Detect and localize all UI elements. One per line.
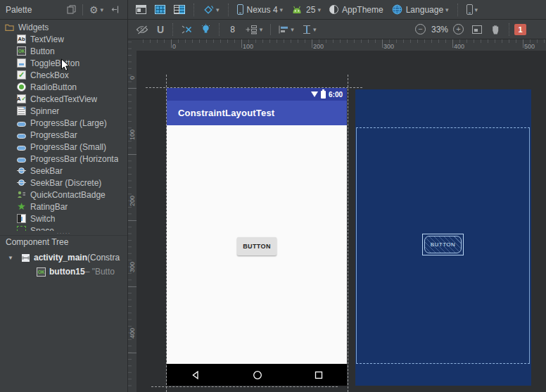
- progressbar-icon: [17, 146, 26, 151]
- zoom-level: 33%: [431, 25, 448, 34]
- selection-guide-right: [348, 75, 348, 392]
- palette-item-checkedtextview[interactable]: A✓ CheckedTextView: [0, 93, 127, 105]
- language-selector[interactable]: Language ▾: [388, 1, 452, 18]
- theme-label: AppTheme: [342, 5, 383, 15]
- clear-constraints-icon: [182, 25, 193, 34]
- pan-button[interactable]: [487, 21, 504, 38]
- palette-item-label: TextView: [30, 34, 64, 44]
- zoom-in-button[interactable]: +: [450, 21, 467, 38]
- battery-icon: [321, 91, 326, 99]
- zoom-out-icon: −: [415, 24, 426, 34]
- chevron-down-icon: ▾: [260, 26, 263, 33]
- ruler-label: 100: [129, 129, 136, 140]
- guidelines-button[interactable]: ▾: [299, 21, 320, 38]
- top-toolbar: Palette ⚙ ▾ ▾: [0, 0, 546, 20]
- tree-item-button15[interactable]: OK button15 – "Butto: [0, 265, 127, 279]
- blueprint-mode-button[interactable]: [151, 1, 169, 18]
- api-level-label: 25: [306, 5, 315, 15]
- palette-item-label: Switch: [30, 214, 55, 224]
- progressbar-icon: [17, 122, 26, 127]
- zoom-to-fit-button[interactable]: [469, 21, 485, 38]
- palette-item-button[interactable]: OK Button: [0, 45, 127, 57]
- clear-constraints-button[interactable]: [178, 21, 196, 38]
- pin-panel-button[interactable]: [107, 1, 123, 18]
- device-content: BUTTON: [167, 125, 347, 364]
- lightbulb-icon: [201, 24, 210, 34]
- blueprint-button-widget[interactable]: BUTTON: [424, 236, 462, 253]
- align-button[interactable]: ▾: [275, 21, 298, 38]
- theme-icon: [329, 5, 338, 14]
- constraint-toolbar: U 8 ▾ ▾ ▾ − 33% +: [128, 20, 546, 39]
- theme-selector[interactable]: AppTheme: [326, 1, 387, 18]
- tree-item-activity-main[interactable]: ▼ activity_main (Constra: [0, 251, 127, 265]
- blueprint-mode-icon: [155, 5, 165, 14]
- palette-item-progressbar-horizontal[interactable]: ProgressBar (Horizonta: [0, 153, 127, 165]
- infer-constraints-button[interactable]: [198, 21, 214, 38]
- design-mode-icon: [136, 5, 146, 14]
- palette-item-seekbar[interactable]: SeekBar: [0, 165, 127, 177]
- chevron-down-icon: ▾: [291, 26, 294, 33]
- palette-item-spinner[interactable]: Spinner: [0, 105, 127, 117]
- palette-item-quickcontactbadge[interactable]: QuickContactBadge: [0, 189, 127, 201]
- ruler-label: 300: [383, 43, 394, 50]
- space-icon: [17, 226, 26, 231]
- copy-button[interactable]: [63, 1, 80, 18]
- palette-item-label: SeekBar (Discrete): [30, 178, 101, 188]
- palette-item-radiobutton[interactable]: RadioButton: [0, 81, 127, 93]
- device-screen-blueprint[interactable]: BUTTON: [355, 89, 531, 386]
- palette-widget-list: Widgets Ab TextView OK Button ToggleButt…: [0, 20, 127, 231]
- disclosure-triangle-icon[interactable]: ▼: [6, 255, 15, 261]
- palette-item-ratingbar[interactable]: ★ RatingBar: [0, 201, 127, 213]
- device-screen-design[interactable]: 6:00 ConstraintLayoutTest BUTTON: [167, 88, 347, 386]
- palette-item-progressbar-small[interactable]: ProgressBar (Small): [0, 141, 127, 153]
- palette-item-label: SeekBar: [30, 166, 63, 176]
- api-selector[interactable]: 25 ▾: [288, 1, 324, 18]
- tree-root-name: activity_main: [34, 253, 87, 263]
- default-margin-button[interactable]: 8: [224, 21, 241, 38]
- design-surface[interactable]: 0 100 200 300 400 500 0 100 200 300 400 …: [128, 39, 546, 392]
- button-icon: OK: [17, 46, 26, 56]
- palette-item-seekbar-discrete[interactable]: SeekBar (Discrete): [0, 177, 127, 189]
- palette-item-label: QuickContactBadge: [30, 190, 106, 200]
- blueprint-button-selection[interactable]: BUTTON: [422, 234, 464, 255]
- phone-icon: [237, 4, 243, 15]
- palette-settings-button[interactable]: ⚙ ▾: [86, 1, 107, 18]
- view-options-button[interactable]: [132, 21, 152, 38]
- both-mode-icon: [174, 5, 185, 14]
- folder-icon: [5, 23, 14, 32]
- palette-item-progressbar[interactable]: ProgressBar: [0, 129, 127, 141]
- palette-item-textview[interactable]: Ab TextView: [0, 33, 127, 45]
- zoom-out-button[interactable]: −: [412, 21, 429, 38]
- design-mode-button[interactable]: [132, 1, 150, 18]
- selection-guide-bottom: [151, 386, 338, 387]
- language-label: Language: [406, 5, 443, 15]
- palette-item-label: ProgressBar: [30, 130, 77, 140]
- palette-item-switch[interactable]: Switch: [0, 213, 127, 225]
- quickcontactbadge-icon: [17, 190, 26, 199]
- checkbox-icon: ✓: [17, 70, 26, 80]
- component-tree-header: Component Tree: [0, 235, 127, 248]
- progressbar-icon: [17, 134, 26, 139]
- virtual-device-button[interactable]: ▾: [463, 1, 482, 18]
- design-view-button-widget[interactable]: BUTTON: [237, 237, 277, 255]
- palette-item-label: Space: [30, 226, 54, 232]
- magnet-icon: U: [157, 25, 164, 34]
- palette-panel: Widgets Ab TextView OK Button ToggleButt…: [0, 20, 128, 392]
- autoconnect-button[interactable]: U: [153, 21, 167, 38]
- rotate-icon: [203, 4, 214, 15]
- component-tree-title: Component Tree: [6, 237, 68, 247]
- seekbar-discrete-icon: [17, 178, 26, 187]
- ruler-label: 0: [172, 43, 176, 50]
- horizontal-ruler: 0 100 200 300 400 500: [128, 39, 546, 51]
- pack-button[interactable]: ▾: [242, 21, 267, 38]
- palette-item-progressbar-large[interactable]: ProgressBar (Large): [0, 117, 127, 129]
- both-mode-button[interactable]: [170, 1, 189, 18]
- ruler-label: 200: [129, 196, 136, 206]
- palette-category-widgets[interactable]: Widgets: [0, 21, 127, 33]
- orientation-button[interactable]: ▾: [199, 1, 223, 18]
- chevron-down-icon: ▾: [445, 6, 449, 13]
- seekbar-icon: [17, 166, 26, 175]
- device-selector[interactable]: Nexus 4 ▾: [234, 1, 287, 18]
- component-tree: ▼ activity_main (Constra OK button15 – "…: [0, 248, 127, 279]
- error-badge[interactable]: 1: [514, 24, 526, 35]
